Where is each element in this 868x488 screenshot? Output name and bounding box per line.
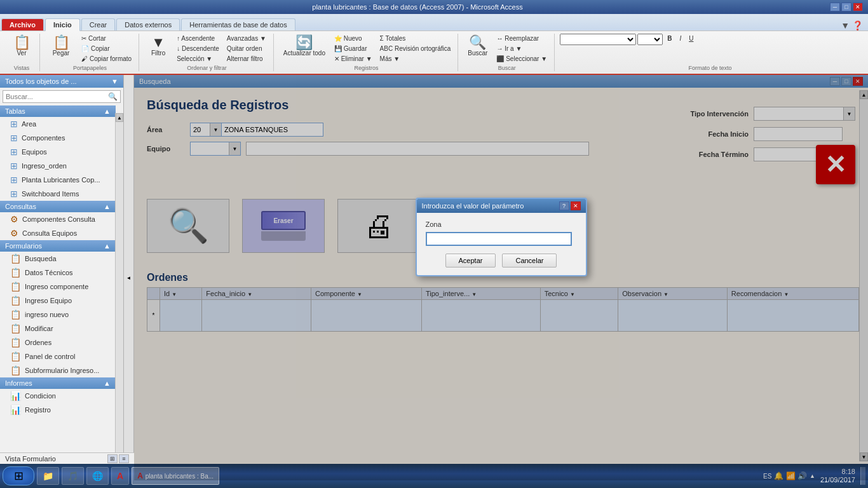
font-family-select[interactable] bbox=[560, 34, 636, 45]
table-icon-2: ⊞ bbox=[10, 133, 18, 143]
nav-item-panel-control[interactable]: 📋 Panel de control bbox=[0, 349, 116, 363]
nav-item-panel-label: Panel de control bbox=[25, 353, 76, 360]
informes-chevron: ▲ bbox=[104, 379, 111, 387]
nav-item-registro[interactable]: 📊 Registro bbox=[0, 403, 116, 417]
nav-item-busqueda[interactable]: 📋 Busqueda bbox=[0, 252, 116, 266]
btn-eliminar[interactable]: ✕ Eliminar ▼ bbox=[331, 54, 376, 64]
tab-inicio[interactable]: Inicio bbox=[45, 18, 80, 31]
nav-item-datos-tecnicos[interactable]: 📋 Datos Técnicos bbox=[0, 266, 116, 280]
btn-copiar-formato[interactable]: 🖌 Copiar formato bbox=[78, 54, 135, 64]
modal-help-btn[interactable]: ? bbox=[559, 201, 569, 210]
modal-zona-label: Zona bbox=[426, 220, 577, 228]
nav-item-modificar[interactable]: 📋 Modificar bbox=[0, 322, 116, 336]
btn-seleccionar[interactable]: ⬛ Seleccionar ▼ bbox=[493, 54, 550, 64]
btn-mas[interactable]: Más ▼ bbox=[377, 54, 454, 64]
restore-btn[interactable]: □ bbox=[841, 3, 851, 11]
view-table-btn[interactable]: ≡ bbox=[119, 454, 129, 463]
section-formularios[interactable]: Formularios ▲ bbox=[0, 240, 116, 252]
taskbar-item-explorer[interactable]: 📁 bbox=[37, 467, 59, 485]
group-buscar: 🔍 Buscar ↔ Reemplazar → Ir a ▼ ⬛ Selecci… bbox=[459, 34, 555, 71]
nav-item-condicion[interactable]: 📊 Condicion bbox=[0, 389, 116, 403]
btn-filtro[interactable]: ▼ Filtro bbox=[144, 34, 172, 58]
modal-accept-btn[interactable]: Aceptar bbox=[445, 254, 496, 268]
btn-italic[interactable]: I bbox=[676, 34, 684, 43]
ordenar-stack2: Avanzadas ▼ Quitar orden Alternar filtro bbox=[224, 34, 269, 64]
group-vistas: 📋 Ver Vistas bbox=[4, 34, 40, 71]
nav-item-ingreso-comp[interactable]: 📋 Ingreso componente bbox=[0, 280, 116, 294]
btn-guardar[interactable]: 💾 Guardar bbox=[331, 44, 376, 53]
nav-item-ingreso-orden[interactable]: ⊞ Ingreso_orden bbox=[0, 159, 116, 173]
btn-ortografia[interactable]: ABC Revisión ortográfica bbox=[377, 44, 454, 53]
btn-reemplazar[interactable]: ↔ Reemplazar bbox=[493, 34, 550, 43]
btn-quitar-orden[interactable]: Quitar orden bbox=[224, 44, 269, 53]
form-icon-5: 📋 bbox=[10, 309, 21, 320]
modal-close-btn[interactable]: ✕ bbox=[571, 201, 581, 210]
section-informes[interactable]: Informes ▲ bbox=[0, 377, 116, 389]
tab-herramientas[interactable]: Herramientas de base de datos bbox=[181, 18, 295, 30]
tablas-label: Tablas bbox=[5, 107, 25, 115]
btn-avanzadas[interactable]: Avanzadas ▼ bbox=[224, 34, 269, 43]
section-tablas[interactable]: Tablas ▲ bbox=[0, 105, 116, 117]
table-icon-4: ⊞ bbox=[10, 161, 18, 171]
modal-zona-input[interactable] bbox=[426, 232, 572, 246]
left-panel-arrow[interactable]: ▼ bbox=[111, 78, 118, 85]
search-input[interactable] bbox=[6, 93, 108, 100]
registros-stack: ⭐ Nuevo 💾 Guardar ✕ Eliminar ▼ bbox=[331, 34, 376, 64]
btn-ir-a[interactable]: → Ir a ▼ bbox=[493, 44, 550, 53]
table-icon-6: ⊞ bbox=[10, 189, 18, 199]
nav-item-subformulario[interactable]: 📋 Subformulario Ingreso... bbox=[0, 363, 116, 377]
font-size-select[interactable] bbox=[637, 34, 663, 45]
left-scroll-up[interactable]: ▲ bbox=[116, 113, 123, 122]
close-btn[interactable]: ✕ bbox=[853, 3, 863, 11]
form-icon-9: 📋 bbox=[10, 365, 21, 376]
help-icon[interactable]: ▼ bbox=[841, 20, 850, 30]
tab-archivo[interactable]: Archivo bbox=[1, 18, 44, 30]
nav-item-ingreso-eq-label: Ingreso Equipo bbox=[25, 297, 72, 304]
btn-ascendente[interactable]: ↑ Ascendente bbox=[173, 34, 222, 43]
section-consultas[interactable]: Consultas ▲ bbox=[0, 201, 116, 212]
view-form-btn[interactable]: ⊞ bbox=[107, 454, 118, 463]
btn-bold[interactable]: B bbox=[664, 34, 675, 43]
btn-pegar[interactable]: 📋 Pegar bbox=[45, 34, 77, 58]
ribbon-content: 📋 Ver Vistas 📋 Pegar ✂ Cortar bbox=[0, 30, 868, 74]
nav-item-consulta-equipos[interactable]: ⚙ Consulta Equipos bbox=[0, 226, 116, 240]
btn-actualizar[interactable]: 🔄 Actualizar todo bbox=[279, 34, 330, 58]
btn-nuevo[interactable]: ⭐ Nuevo bbox=[331, 34, 376, 43]
title-bar-controls[interactable]: ─ □ ✕ bbox=[830, 3, 863, 11]
nav-item-componentes[interactable]: ⊞ Componentes bbox=[0, 131, 116, 145]
taskbar-item-access[interactable]: A bbox=[111, 467, 129, 485]
left-scrollbar[interactable]: ▲ ▼ bbox=[115, 113, 123, 480]
btn-copiar[interactable]: 📄 Copiar bbox=[78, 44, 135, 53]
nav-item-planta-label: Planta Lubricantes Cop... bbox=[22, 176, 100, 184]
nav-item-area-label: Area bbox=[22, 120, 36, 128]
nav-item-ingreso-nuevo[interactable]: 📋 ingreso nuevo bbox=[0, 308, 116, 322]
start-button[interactable]: ⊞ bbox=[3, 466, 34, 485]
panel-collapse-btn[interactable]: ◄ bbox=[124, 75, 134, 480]
taskbar-item-media[interactable]: 🎵 bbox=[62, 467, 84, 485]
nav-item-ingreso-equipo[interactable]: 📋 Ingreso Equipo bbox=[0, 294, 116, 308]
modal-cancel-btn[interactable]: Cancelar bbox=[502, 254, 557, 268]
modal-content: Zona Aceptar Cancelar bbox=[417, 213, 586, 275]
nav-item-area[interactable]: ⊞ Area bbox=[0, 117, 116, 131]
minimize-btn[interactable]: ─ bbox=[830, 3, 840, 11]
btn-seleccion[interactable]: Selección ▼ bbox=[173, 54, 222, 64]
btn-totales[interactable]: Σ Totales bbox=[377, 34, 454, 43]
btn-alternar-filtro[interactable]: Alternar filtro bbox=[224, 54, 269, 64]
nav-item-switchboard[interactable]: ⊞ Switchboard Items bbox=[0, 187, 116, 201]
search-box[interactable]: 🔍 bbox=[3, 90, 121, 103]
report-icon-2: 📊 bbox=[10, 405, 21, 415]
ribbon-help-btn[interactable]: ❓ bbox=[852, 20, 863, 30]
btn-buscar[interactable]: 🔍 Buscar bbox=[463, 34, 492, 58]
taskbar-item-browser[interactable]: 🌐 bbox=[86, 467, 109, 485]
tab-crear[interactable]: Crear bbox=[81, 18, 116, 30]
nav-item-equipos[interactable]: ⊞ Equipos bbox=[0, 145, 116, 159]
btn-ver[interactable]: 📋 Ver bbox=[8, 34, 36, 58]
tab-datos-externos[interactable]: Datos externos bbox=[116, 18, 180, 30]
nav-item-componentes-consulta[interactable]: ⚙ Componentes Consulta bbox=[0, 212, 116, 226]
btn-cortar[interactable]: ✂ Cortar bbox=[78, 34, 135, 43]
modal-title: Introduzca el valor del parámetro bbox=[422, 202, 524, 210]
btn-descendente[interactable]: ↓ Descendente bbox=[173, 44, 222, 53]
nav-item-planta[interactable]: ⊞ Planta Lubricantes Cop... bbox=[0, 173, 116, 187]
btn-underline[interactable]: U bbox=[686, 34, 696, 43]
nav-item-ordenes[interactable]: 📋 Ordenes bbox=[0, 336, 116, 349]
